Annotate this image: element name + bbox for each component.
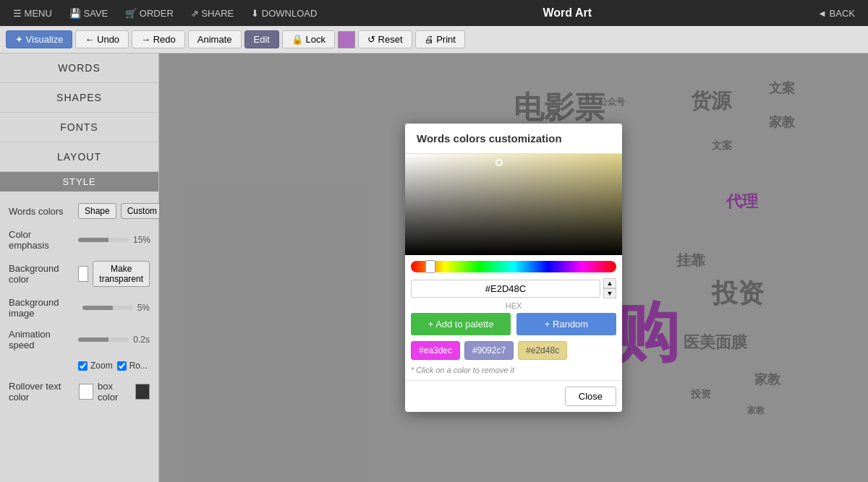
rollover-text-label: Rollover text color xyxy=(9,381,75,403)
box-color-swatch[interactable] xyxy=(135,384,150,400)
background-color-label: Background color xyxy=(9,263,74,285)
color-emphasis-value: 15% xyxy=(133,235,150,245)
rainbow-bar[interactable] xyxy=(411,261,616,272)
word-cloud-area: 代购电影票货源水果外汇理财保险外汇文案家教代理投资挂靠网课公众号代理医美面膜家教… xyxy=(159,53,868,482)
click-hint: * Click on a color to remove it xyxy=(405,366,622,380)
sidebar-item-fonts[interactable]: FONTS xyxy=(0,113,158,142)
shape-button[interactable]: Shape xyxy=(78,203,116,219)
color-emphasis-label: Color emphasis xyxy=(9,229,74,251)
rollover-text-swatch[interactable] xyxy=(79,384,93,400)
color-picker-handle xyxy=(495,159,503,166)
print-button[interactable]: 🖨 Print xyxy=(415,30,465,48)
app-title: Word Art xyxy=(327,7,807,20)
rainbow-handle xyxy=(425,260,435,273)
animation-speed-label: Animation speed xyxy=(9,329,74,350)
save-button[interactable]: 💾 SAVE xyxy=(62,5,115,22)
background-color-row: Background color Make transparent xyxy=(9,261,150,287)
color-picker-gradient[interactable] xyxy=(405,154,622,255)
color-swatch[interactable] xyxy=(338,31,355,48)
make-transparent-button[interactable]: Make transparent xyxy=(93,261,150,287)
undo-button[interactable]: ← Undo xyxy=(75,30,129,48)
close-button[interactable]: Close xyxy=(565,387,616,406)
zoom-checkbox-row: Zoom xyxy=(78,361,113,371)
background-image-label: Background image xyxy=(9,297,78,319)
sidebar-style-header: STYLE xyxy=(0,172,158,191)
modal-title: Words colors customization xyxy=(405,124,622,154)
hex-input[interactable] xyxy=(411,280,600,298)
top-nav: ☰ MENU 💾 SAVE 🛒 ORDER ⇗ SHARE ⬇ DOWNLOAD… xyxy=(0,0,868,26)
hex-up-button[interactable]: ▲ xyxy=(603,278,616,288)
sidebar-style-section: Words colors Shape Custom Color emphasis… xyxy=(0,197,158,418)
modal-actions: + Add to palette + Random xyxy=(405,313,622,341)
share-button[interactable]: ⇗ SHARE xyxy=(184,5,241,22)
add-to-palette-button[interactable]: + Add to palette xyxy=(411,313,511,335)
hex-down-button[interactable]: ▼ xyxy=(603,288,616,298)
palette-chip-chip3[interactable]: #e2d48c xyxy=(518,341,567,360)
download-button[interactable]: ⬇ DOWNLOAD xyxy=(244,5,324,22)
rollover-label: Ro... xyxy=(129,361,148,371)
sidebar-item-layout[interactable]: LAYOUT xyxy=(0,142,158,172)
visualize-button[interactable]: ✦ Visualize xyxy=(6,30,72,48)
background-image-row: Background image 5% xyxy=(9,297,150,319)
palette-chip-chip2[interactable]: #9092c7 xyxy=(464,341,514,360)
edit-button[interactable]: Edit xyxy=(244,30,279,48)
background-image-slider[interactable]: 5% xyxy=(82,303,150,313)
modal-overlay: Words colors customization ▲ ▼ xyxy=(159,53,868,482)
animation-speed-value: 0.2s xyxy=(133,335,150,345)
back-button[interactable]: ◄ BACK xyxy=(810,5,862,22)
hex-arrows: ▲ ▼ xyxy=(603,278,616,298)
rollover-text-row: Rollover text color box color xyxy=(9,381,150,403)
sidebar-item-shapes[interactable]: SHAPES xyxy=(0,83,158,113)
toolbar: ✦ Visualize ← Undo → Redo Animate Edit 🔒… xyxy=(0,26,868,53)
box-color-label: box color xyxy=(98,381,131,403)
color-emphasis-slider[interactable]: 15% xyxy=(78,235,150,245)
redo-button[interactable]: → Redo xyxy=(132,30,185,48)
lock-button[interactable]: 🔒 Lock xyxy=(282,30,335,48)
random-button[interactable]: + Random xyxy=(516,313,616,335)
color-emphasis-row: Color emphasis 15% xyxy=(9,229,150,251)
rollover-checkbox-row: Ro... xyxy=(117,361,148,371)
zoom-label: Zoom xyxy=(90,361,113,371)
background-image-value: 5% xyxy=(137,303,150,313)
words-colors-row: Words colors Shape Custom xyxy=(9,203,150,219)
hex-label: HEX xyxy=(405,301,622,313)
custom-button[interactable]: Custom xyxy=(121,203,163,219)
menu-button[interactable]: ☰ MENU xyxy=(6,5,59,22)
main-area: WORDS SHAPES FONTS LAYOUT STYLE Words co… xyxy=(0,53,868,482)
rollover-checkbox[interactable] xyxy=(117,361,127,371)
hex-input-row: ▲ ▼ xyxy=(405,272,622,304)
color-customization-modal: Words colors customization ▲ ▼ xyxy=(405,124,622,412)
palette-colors: #ea3dec#9092c7#e2d48c xyxy=(405,341,622,366)
palette-chip-chip1[interactable]: #ea3dec xyxy=(411,341,460,360)
modal-footer: Close xyxy=(405,380,622,412)
sidebar: WORDS SHAPES FONTS LAYOUT STYLE Words co… xyxy=(0,53,159,482)
animation-speed-row: Animation speed 0.2s xyxy=(9,329,150,350)
reset-button[interactable]: ↺ Reset xyxy=(358,30,412,48)
animation-speed-slider[interactable]: 0.2s xyxy=(78,335,150,345)
animate-button[interactable]: Animate xyxy=(188,30,242,48)
order-button[interactable]: 🛒 ORDER xyxy=(118,5,181,22)
sidebar-item-words[interactable]: WORDS xyxy=(0,53,158,83)
checkboxes-row: Zoom Ro... xyxy=(9,361,150,371)
bg-color-swatch[interactable] xyxy=(78,266,88,282)
zoom-checkbox[interactable] xyxy=(78,361,88,371)
words-colors-label: Words colors xyxy=(9,206,74,217)
